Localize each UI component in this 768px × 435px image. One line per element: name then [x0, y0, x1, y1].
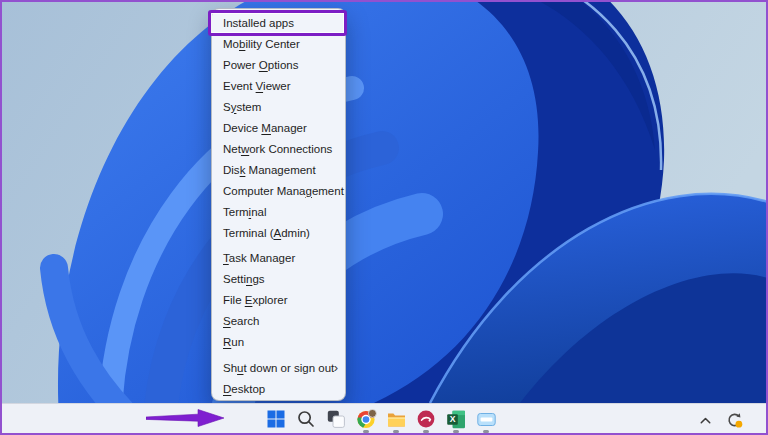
- menu-item-task-manager[interactable]: Task Manager: [212, 248, 345, 269]
- menu-item-search[interactable]: Search: [212, 311, 345, 332]
- menu-item-label: Task Manager: [223, 252, 295, 264]
- file-explorer-icon[interactable]: [382, 405, 410, 433]
- winx-menu: Installed appsMobility CenterPower Optio…: [211, 8, 346, 401]
- desktop-screen: Installed appsMobility CenterPower Optio…: [0, 0, 768, 435]
- chrome-icon[interactable]: [352, 405, 380, 433]
- menu-item-terminal-admin[interactable]: Terminal (Admin): [212, 222, 345, 243]
- menu-item-label: Terminal: [223, 206, 266, 218]
- menu-item-computer-management[interactable]: Computer Management: [212, 180, 345, 201]
- sync-icon[interactable]: [724, 409, 744, 431]
- menu-item-label: Computer Management: [223, 185, 344, 197]
- menu-item-settings[interactable]: Settings: [212, 269, 345, 290]
- search-icon[interactable]: [292, 405, 320, 433]
- menu-item-label: Shut down or sign out: [223, 362, 334, 374]
- excel-icon[interactable]: X: [442, 405, 470, 433]
- menu-item-file-explorer[interactable]: File Explorer: [212, 290, 345, 311]
- menu-item-mobility-center[interactable]: Mobility Center: [212, 33, 345, 54]
- menu-item-label: Power Options: [223, 59, 298, 71]
- menu-item-label: Mobility Center: [223, 38, 300, 50]
- desktop-wallpaper: [0, 0, 768, 403]
- menu-item-device-manager[interactable]: Device Manager: [212, 117, 345, 138]
- menu-item-system[interactable]: System: [212, 96, 345, 117]
- chevron-up-icon[interactable]: [695, 409, 715, 431]
- menu-item-installed-apps[interactable]: Installed apps: [212, 12, 345, 33]
- menu-item-label: Network Connections: [223, 143, 332, 155]
- menu-item-run[interactable]: Run: [212, 332, 345, 353]
- running-indicator: [453, 430, 459, 433]
- running-indicator: [363, 430, 369, 433]
- running-indicator: [483, 430, 489, 433]
- menu-item-shut-down-or-sign-out[interactable]: Shut down or sign out›: [212, 357, 345, 378]
- taskbar: X: [0, 403, 768, 435]
- system-tray: [695, 406, 744, 434]
- menu-item-label: Event Viewer: [223, 80, 291, 92]
- running-indicator: [423, 430, 429, 433]
- taskbar-icons: X: [262, 405, 500, 433]
- menu-item-terminal[interactable]: Terminal: [212, 201, 345, 222]
- screen-app-icon[interactable]: [472, 405, 500, 433]
- media-app-icon[interactable]: [412, 405, 440, 433]
- submenu-chevron-icon: ›: [334, 360, 338, 373]
- menu-item-label: File Explorer: [223, 294, 288, 306]
- menu-item-label: Disk Management: [223, 164, 316, 176]
- menu-item-label: Run: [223, 336, 244, 348]
- running-indicator: [393, 430, 399, 433]
- menu-item-label: Device Manager: [223, 122, 307, 134]
- start-button[interactable]: [262, 405, 290, 433]
- menu-item-label: Search: [223, 315, 259, 327]
- menu-item-label: Terminal (Admin): [223, 227, 310, 239]
- menu-item-label: Settings: [223, 273, 265, 285]
- menu-item-label: System: [223, 101, 261, 113]
- menu-item-event-viewer[interactable]: Event Viewer: [212, 75, 345, 96]
- task-view-icon[interactable]: [322, 405, 350, 433]
- menu-item-label: Installed apps: [223, 17, 294, 29]
- svg-text:X: X: [449, 414, 455, 424]
- menu-item-label: Desktop: [223, 383, 265, 395]
- menu-item-network-connections[interactable]: Network Connections: [212, 138, 345, 159]
- menu-item-disk-management[interactable]: Disk Management: [212, 159, 345, 180]
- menu-item-power-options[interactable]: Power Options: [212, 54, 345, 75]
- menu-item-desktop[interactable]: Desktop: [212, 378, 345, 399]
